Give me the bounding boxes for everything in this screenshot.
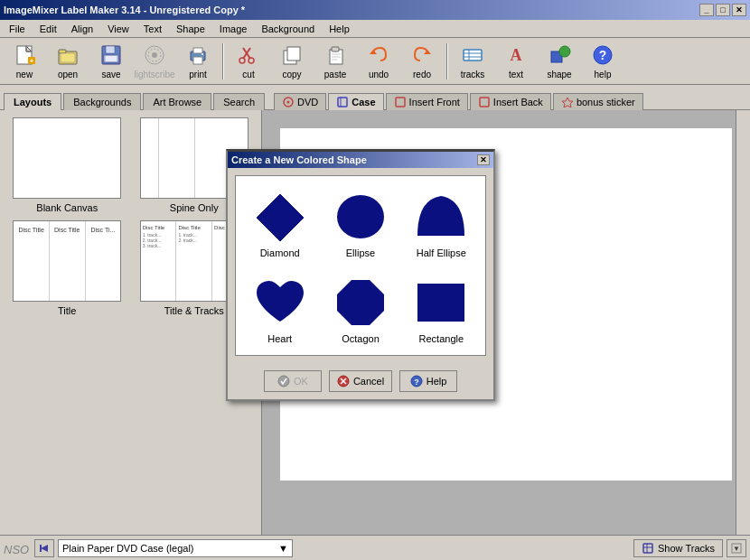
- help-dialog-label: Help: [427, 376, 447, 387]
- svg-point-60: [278, 376, 289, 387]
- ellipse-label: Ellipse: [346, 247, 375, 258]
- svg-text:?: ?: [414, 378, 419, 387]
- diamond-label: Diamond: [260, 247, 300, 258]
- ellipse-canvas: [329, 187, 392, 246]
- diamond-canvas: [248, 187, 312, 246]
- half-ellipse-canvas: [409, 187, 473, 246]
- ok-button[interactable]: OK: [264, 370, 322, 392]
- shape-item-heart[interactable]: Heart: [243, 269, 316, 348]
- heart-canvas: [248, 273, 312, 331]
- cancel-label: Cancel: [353, 376, 384, 387]
- shape-item-half-ellipse[interactable]: Half Ellipse: [405, 183, 478, 262]
- heart-label: Heart: [267, 333, 292, 344]
- modal-buttons: OK Cancel ? Help: [228, 363, 493, 399]
- shape-grid-container[interactable]: Diamond Ellipse: [235, 175, 486, 356]
- shape-grid: Diamond Ellipse: [243, 183, 478, 348]
- rectangle-canvas: [409, 273, 473, 331]
- shape-item-diamond[interactable]: Diamond: [243, 183, 316, 262]
- rectangle-label: Rectangle: [419, 333, 464, 344]
- octagon-label: Octagon: [342, 333, 380, 344]
- modal-body: Diamond Ellipse: [228, 168, 493, 363]
- half-ellipse-label: Half Ellipse: [417, 247, 466, 258]
- modal-close-button[interactable]: ✕: [477, 154, 490, 165]
- svg-point-57: [337, 195, 384, 238]
- cancel-button[interactable]: Cancel: [329, 370, 392, 392]
- shape-item-rectangle[interactable]: Rectangle: [405, 269, 478, 348]
- help-dialog-icon: ?: [410, 375, 423, 387]
- modal-title-bar: Create a New Colored Shape ✕: [228, 152, 493, 168]
- create-shape-dialog: Create a New Colored Shape ✕ Diamond: [226, 149, 495, 401]
- svg-marker-56: [257, 194, 304, 241]
- ok-label: OK: [294, 376, 308, 387]
- ok-icon: [277, 375, 290, 387]
- shape-item-octagon[interactable]: Octagon: [323, 269, 397, 348]
- modal-overlay: Create a New Colored Shape ✕ Diamond: [0, 0, 750, 560]
- shape-item-ellipse[interactable]: Ellipse: [323, 183, 397, 262]
- octagon-canvas: [329, 273, 392, 331]
- cancel-icon: [337, 375, 350, 387]
- help-dialog-button[interactable]: ? Help: [399, 370, 457, 392]
- svg-rect-59: [417, 284, 464, 322]
- modal-title: Create a New Colored Shape: [231, 154, 367, 165]
- svg-marker-58: [337, 280, 384, 325]
